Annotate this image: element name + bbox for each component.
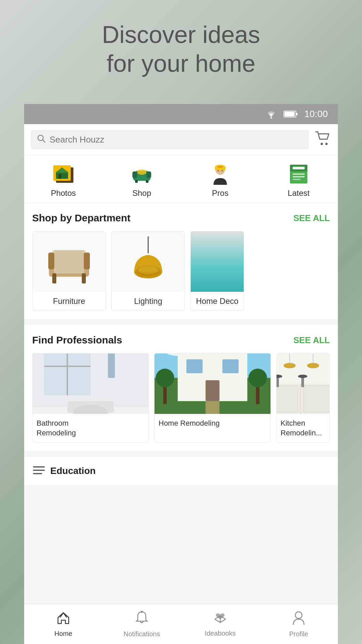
svg-rect-35 bbox=[54, 251, 84, 262]
svg-rect-48 bbox=[108, 354, 115, 378]
bottom-nav-profile[interactable]: Profile bbox=[259, 604, 338, 644]
kitchen-label: KitchenRemodelin... bbox=[277, 414, 329, 442]
svg-rect-59 bbox=[222, 359, 238, 373]
discover-title: Discover ideas for your home bbox=[0, 20, 362, 78]
svg-rect-39 bbox=[82, 273, 86, 283]
find-prof-see-all[interactable]: SEE ALL bbox=[293, 335, 330, 345]
shop-icon bbox=[130, 163, 154, 185]
svg-point-7 bbox=[325, 143, 328, 145]
svg-rect-36 bbox=[48, 253, 54, 269]
wifi-icon bbox=[265, 109, 278, 119]
svg-rect-11 bbox=[59, 174, 61, 179]
search-bar-row bbox=[24, 124, 338, 156]
home-deco-label: Home Deco bbox=[191, 292, 244, 311]
find-professionals-section: Find Professionals SEE ALL bbox=[24, 325, 338, 451]
prof-card-bathroom[interactable]: Bathroom Remodeling bbox=[32, 353, 149, 443]
svg-rect-61 bbox=[205, 401, 220, 414]
svg-point-79 bbox=[298, 375, 307, 378]
notifications-nav-icon bbox=[135, 610, 148, 628]
partial-section-title: Education bbox=[50, 466, 96, 476]
ideabooks-nav-icon bbox=[213, 611, 228, 628]
nav-item-photos[interactable]: Photos bbox=[24, 156, 103, 203]
battery-icon bbox=[284, 110, 298, 118]
nav-item-shop[interactable]: Shop bbox=[103, 156, 181, 203]
dept-card-furniture[interactable]: Furniture bbox=[32, 231, 106, 311]
svg-rect-58 bbox=[186, 359, 202, 373]
search-input[interactable] bbox=[50, 135, 303, 145]
svg-point-63 bbox=[156, 369, 174, 387]
kitchen-image bbox=[277, 354, 329, 414]
svg-rect-29 bbox=[293, 176, 305, 177]
home-deco-image bbox=[191, 231, 244, 292]
shop-label: Shop bbox=[132, 189, 151, 198]
discover-section: Discover ideas for your home bbox=[0, 20, 362, 78]
pros-label: Pros bbox=[212, 189, 228, 198]
lighting-label: Lighting bbox=[112, 292, 185, 311]
cart-icon[interactable] bbox=[314, 130, 331, 149]
bottom-nav-notifications[interactable]: Notifications bbox=[103, 604, 181, 644]
photos-label: Photos bbox=[51, 189, 76, 198]
bathroom-label: Bathroom Remodeling bbox=[33, 414, 148, 442]
search-icon bbox=[37, 134, 46, 145]
svg-rect-28 bbox=[293, 173, 305, 175]
svg-rect-31 bbox=[293, 167, 305, 169]
svg-point-70 bbox=[307, 363, 319, 368]
svg-rect-30 bbox=[293, 179, 301, 180]
phone-app: 10:00 bbox=[24, 104, 338, 644]
bottom-nav-home[interactable]: Home bbox=[24, 604, 103, 644]
svg-rect-73 bbox=[277, 385, 298, 412]
dept-card-lighting[interactable]: Lighting bbox=[111, 231, 185, 311]
furniture-label: Furniture bbox=[33, 292, 106, 311]
find-prof-title: Find Professionals bbox=[32, 334, 122, 346]
dept-card-home-deco[interactable]: Home Deco bbox=[190, 231, 244, 311]
svg-rect-16 bbox=[146, 171, 151, 178]
svg-point-24 bbox=[218, 170, 219, 171]
svg-rect-2 bbox=[285, 112, 295, 116]
ideabooks-nav-label: Ideabooks bbox=[205, 630, 236, 637]
svg-rect-18 bbox=[146, 180, 148, 183]
status-time: 10:00 bbox=[304, 109, 328, 119]
nav-item-latest[interactable]: Latest bbox=[259, 156, 338, 203]
bottom-nav: Home Notifications bbox=[24, 604, 338, 644]
svg-point-43 bbox=[138, 266, 158, 274]
profile-nav-label: Profile bbox=[289, 630, 308, 638]
profile-nav-icon bbox=[292, 610, 305, 628]
notifications-nav-label: Notifications bbox=[124, 630, 160, 638]
svg-point-84 bbox=[295, 612, 302, 619]
svg-point-0 bbox=[270, 117, 272, 119]
bottom-nav-ideabooks[interactable]: Ideabooks bbox=[181, 604, 259, 644]
home-remodeling-image bbox=[155, 354, 270, 414]
home-nav-icon bbox=[56, 611, 71, 628]
svg-rect-15 bbox=[132, 171, 137, 178]
prof-card-home-remodeling[interactable]: Home Remodeling bbox=[154, 353, 271, 443]
shop-dept-title: Shop by Department bbox=[32, 212, 130, 224]
prof-card-kitchen[interactable]: KitchenRemodelin... bbox=[276, 353, 330, 443]
svg-rect-60 bbox=[205, 380, 220, 401]
svg-point-65 bbox=[248, 369, 267, 387]
svg-point-6 bbox=[321, 143, 323, 145]
svg-point-68 bbox=[284, 363, 296, 368]
bathroom-image bbox=[33, 354, 148, 414]
photos-icon bbox=[51, 163, 75, 185]
svg-rect-23 bbox=[218, 166, 223, 168]
nav-icons-row: Photos Shop bbox=[24, 156, 338, 203]
home-remodeling-label: Home Remodeling bbox=[155, 414, 270, 433]
latest-icon bbox=[287, 163, 311, 185]
nav-item-pros[interactable]: Pros bbox=[181, 156, 259, 203]
svg-rect-17 bbox=[135, 180, 138, 183]
svg-point-19 bbox=[137, 169, 146, 175]
main-content[interactable]: Shop by Department SEE ALL bbox=[24, 203, 338, 604]
svg-point-83 bbox=[141, 611, 143, 613]
svg-rect-37 bbox=[84, 253, 90, 269]
pros-icon bbox=[208, 163, 232, 185]
search-input-container[interactable] bbox=[31, 130, 309, 149]
lighting-image bbox=[131, 236, 165, 287]
svg-rect-78 bbox=[301, 377, 304, 387]
partial-section-icon bbox=[32, 464, 46, 478]
svg-point-25 bbox=[222, 170, 223, 171]
latest-label: Latest bbox=[288, 189, 309, 198]
svg-rect-76 bbox=[277, 377, 279, 387]
dept-cards-row: Furniture bbox=[32, 231, 330, 311]
shop-dept-header: Shop by Department SEE ALL bbox=[32, 212, 330, 224]
shop-dept-see-all[interactable]: SEE ALL bbox=[293, 213, 330, 223]
